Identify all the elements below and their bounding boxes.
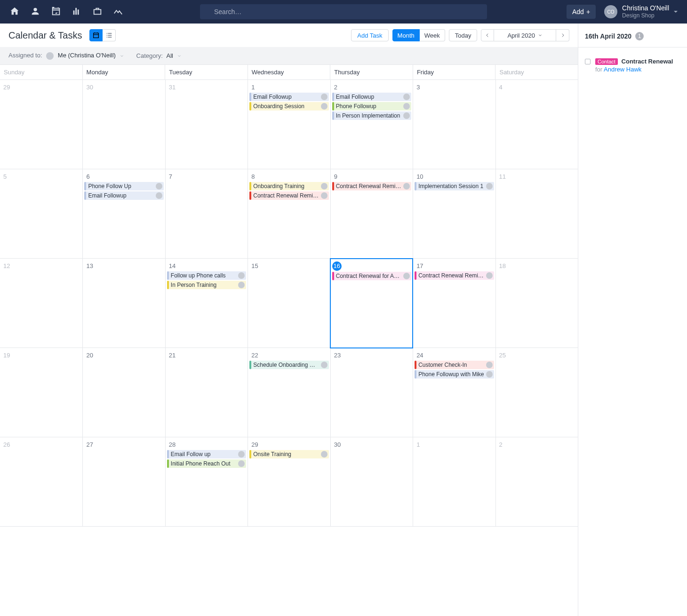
task-label: Phone Followup with Mike — [418, 371, 484, 378]
calendar-cell[interactable]: 5 — [0, 169, 82, 259]
task-chip[interactable]: Onboarding Session — [249, 102, 328, 111]
calendar-cell[interactable]: 12 — [0, 259, 82, 348]
task-chip[interactable]: Email Followup — [332, 93, 411, 101]
briefcase-icon[interactable] — [92, 6, 103, 18]
task-chip[interactable]: Implementation Session 1 — [415, 182, 494, 190]
color-stripe — [332, 93, 334, 101]
calendar-cell[interactable]: 9Contract Renewal Reminder — [330, 169, 413, 259]
search-input[interactable] — [200, 4, 487, 19]
calendar-cell[interactable]: 29 — [0, 80, 82, 169]
calendar-cell[interactable]: 13 — [82, 259, 165, 348]
calendar-cell[interactable]: 6Phone Follow UpEmail Followup — [82, 169, 165, 259]
calendar-cell[interactable]: 14Follow up Phone callsIn Person Trainin… — [165, 259, 248, 348]
task-checkbox[interactable] — [585, 59, 591, 64]
calendar-cell[interactable]: 20 — [82, 348, 165, 437]
calendar-cell[interactable]: 2Email FollowupPhone FollowupIn Person I… — [330, 80, 413, 169]
task-chip[interactable]: Schedule Onboarding with… — [249, 361, 328, 369]
calendar-cell[interactable]: 18 — [495, 259, 578, 348]
home-icon[interactable] — [9, 6, 20, 18]
task-chip[interactable]: Email Follow up — [167, 450, 246, 458]
avatar-icon — [403, 183, 410, 190]
calendar-cell[interactable]: 17Contract Renewal Reminder — [413, 259, 495, 348]
day-number: 18 — [497, 261, 508, 270]
task-chip[interactable]: Phone Follow Up — [84, 182, 163, 190]
prev-month[interactable] — [481, 29, 494, 41]
sidebar-task-link[interactable]: Andrew Hawk — [604, 66, 641, 73]
calendar-cell[interactable]: 28Email Follow upInitial Phone Reach Out — [165, 437, 248, 527]
assigned-value: Me (Christina O'Neill) — [58, 52, 116, 59]
next-month[interactable] — [556, 29, 569, 41]
calendar-cell[interactable]: 25 — [495, 348, 578, 437]
calendar-cell[interactable]: 4 — [495, 80, 578, 169]
person-icon[interactable] — [30, 6, 40, 18]
task-label: Contract Renewal Reminder — [253, 192, 319, 199]
calendar-cell[interactable]: 15 — [248, 259, 330, 348]
task-chip[interactable]: In Person Training — [167, 281, 246, 289]
task-chip[interactable]: Phone Followup with Mike — [415, 370, 494, 379]
task-chip[interactable]: Phone Followup — [332, 102, 411, 111]
day-number: 7 — [167, 172, 174, 181]
avatar-icon — [46, 52, 54, 60]
calendar-cell[interactable]: 27 — [82, 437, 165, 527]
calendar-cell[interactable]: 30 — [330, 437, 413, 527]
task-chip[interactable]: Customer Check-In — [415, 361, 494, 369]
range-month[interactable]: Month — [392, 29, 420, 41]
activity-icon[interactable] — [113, 6, 123, 18]
color-stripe — [415, 370, 416, 379]
chevron-down-icon — [538, 33, 543, 38]
task-chip[interactable]: Contract Renewal for Andr… — [332, 272, 411, 280]
task-chip[interactable]: Follow up Phone calls — [167, 271, 246, 280]
calendar-cell[interactable]: 2 — [495, 437, 578, 527]
calendar-cell[interactable]: 1Email FollowupOnboarding Session — [248, 80, 330, 169]
day-number: 30 — [332, 440, 343, 449]
today-button[interactable]: Today — [449, 29, 478, 41]
calendar-cell[interactable]: 26 — [0, 437, 82, 527]
calendar: SundayMondayTuesdayWednesdayThursdayFrid… — [0, 64, 578, 616]
sidebar-task[interactable]: Contact Contract Renewal for Andrew Hawk — [585, 58, 680, 73]
calendar-cell[interactable]: 3 — [413, 80, 495, 169]
task-label: Contract Renewal for Andr… — [336, 273, 401, 279]
category-filter[interactable]: Category: All — [136, 52, 182, 59]
add-button[interactable]: Add+ — [567, 5, 596, 19]
view-list[interactable] — [103, 29, 116, 41]
calendar-cell[interactable]: 11 — [495, 169, 578, 259]
sidebar: 16th April 2020 1 Contact Contract Renew… — [578, 24, 687, 616]
avatar-icon — [321, 183, 328, 190]
calendar-cell[interactable]: 31 — [165, 80, 248, 169]
task-label: Onsite Training — [253, 451, 319, 458]
task-label: Phone Follow Up — [88, 183, 153, 190]
task-chip[interactable]: Email Followup — [249, 93, 328, 101]
month-select[interactable]: April 2020 — [494, 29, 556, 41]
calendar-icon[interactable] — [51, 6, 61, 18]
calendar-cell[interactable]: 30 — [82, 80, 165, 169]
task-chip[interactable]: Contract Renewal Reminder — [249, 191, 328, 200]
task-chip[interactable]: Initial Phone Reach Out — [167, 459, 246, 468]
range-week[interactable]: Week — [420, 29, 445, 41]
task-chip[interactable]: Onboarding Training — [249, 182, 328, 190]
task-chip[interactable]: In Person Implementation — [332, 111, 411, 120]
calendar-cell[interactable]: 19 — [0, 348, 82, 437]
calendar-cell[interactable]: 29Onsite Training — [248, 437, 330, 527]
view-calendar[interactable] — [89, 29, 103, 41]
task-chip[interactable]: Contract Renewal Reminder — [415, 271, 494, 280]
calendar-cell[interactable]: 22Schedule Onboarding with… — [248, 348, 330, 437]
day-number: 26 — [1, 440, 12, 449]
assigned-filter[interactable]: Assigned to: Me (Christina O'Neill) — [8, 52, 124, 60]
calendar-cell[interactable]: 10Implementation Session 1 — [413, 169, 495, 259]
calendar-cell[interactable]: 24Customer Check-InPhone Followup with M… — [413, 348, 495, 437]
calendar-cell[interactable]: 16Contract Renewal for Andr… — [330, 259, 413, 348]
reports-icon[interactable] — [72, 6, 82, 18]
calendar-cell[interactable]: 8Onboarding TrainingContract Renewal Rem… — [248, 169, 330, 259]
calendar-cell[interactable]: 21 — [165, 348, 248, 437]
filter-bar: Assigned to: Me (Christina O'Neill) Cate… — [0, 47, 578, 64]
task-chip[interactable]: Contract Renewal Reminder — [332, 182, 411, 190]
avatar-icon — [321, 362, 328, 368]
weekday-header: Sunday — [0, 65, 82, 79]
calendar-cell[interactable]: 7 — [165, 169, 248, 259]
add-task-button[interactable]: Add Task — [351, 29, 388, 41]
user-menu[interactable]: CO Christina O'Neill Design Shop — [604, 4, 678, 19]
calendar-cell[interactable]: 23 — [330, 348, 413, 437]
task-chip[interactable]: Email Followup — [84, 191, 163, 200]
task-chip[interactable]: Onsite Training — [249, 450, 328, 458]
calendar-cell[interactable]: 1 — [413, 437, 495, 527]
